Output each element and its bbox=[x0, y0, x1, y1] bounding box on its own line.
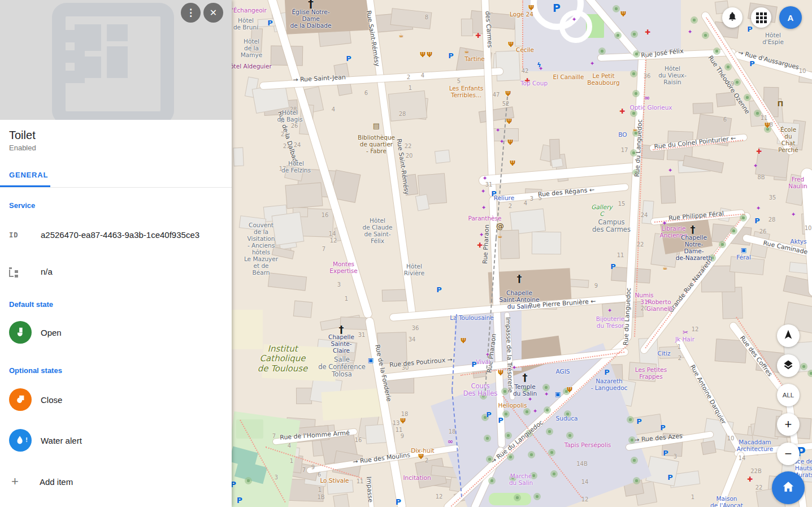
state-row-open[interactable]: Open bbox=[9, 321, 223, 344]
restaurant-icon: Ψ bbox=[400, 418, 406, 424]
map-building bbox=[285, 183, 323, 209]
state-row-water-alert[interactable]: ! Water alert bbox=[9, 429, 223, 452]
house-number: 10 bbox=[727, 435, 735, 441]
close-state-icon bbox=[9, 388, 32, 411]
state-row-close[interactable]: Close bbox=[9, 388, 223, 411]
zoom-in-button[interactable]: + bbox=[777, 413, 800, 436]
pharmacy-icon: ✚ bbox=[756, 148, 762, 155]
restaurant-icon: Ψ bbox=[418, 453, 424, 460]
home-button[interactable] bbox=[772, 471, 805, 504]
map-building bbox=[701, 440, 717, 454]
cafe-icon: ☕ bbox=[662, 265, 668, 271]
map-building bbox=[415, 194, 429, 211]
tree-icon bbox=[613, 5, 620, 12]
map-place-label: La Toulousaine bbox=[450, 314, 493, 321]
map-place-label: Féral bbox=[736, 254, 751, 261]
house-number: 2 bbox=[509, 203, 512, 209]
section-service-header: Service bbox=[9, 201, 223, 210]
tree-icon bbox=[630, 70, 637, 77]
map-building bbox=[296, 388, 312, 404]
house-number: 14B bbox=[576, 461, 588, 467]
shop-icon: ✦ bbox=[753, 163, 758, 169]
shop-icon: ✦ bbox=[791, 211, 796, 218]
add-item-row[interactable]: + Add item bbox=[9, 474, 223, 489]
restaurant-icon: Ψ bbox=[506, 118, 512, 125]
museum-icon: Π bbox=[778, 100, 784, 107]
house-number: 8 bbox=[425, 14, 428, 20]
parking-icon: P bbox=[604, 369, 610, 376]
zoom-out-button[interactable]: − bbox=[777, 443, 800, 465]
map-place-label: Top Coup bbox=[520, 80, 548, 86]
house-number: 12 bbox=[581, 496, 589, 502]
map-building bbox=[496, 50, 520, 81]
restaurant-icon: Ψ bbox=[427, 51, 432, 58]
map-place-label: Marché du Salin bbox=[509, 473, 533, 486]
house-number: 31 bbox=[485, 181, 493, 188]
tree-icon bbox=[631, 31, 638, 38]
house-number: 2 bbox=[425, 457, 428, 463]
map-building bbox=[532, 232, 561, 254]
compass-button[interactable] bbox=[777, 324, 800, 347]
map-building bbox=[435, 150, 450, 164]
tree-icon bbox=[627, 416, 634, 423]
house-number: 28 bbox=[768, 216, 776, 223]
map-place-label: Vival bbox=[476, 358, 490, 365]
all-layers-label: ALL bbox=[783, 392, 794, 398]
street-name-label: Rue Pharaon bbox=[481, 224, 491, 264]
map-place-label: Nazareth - Languedoc bbox=[591, 378, 628, 391]
house-number: 2 bbox=[678, 355, 681, 361]
house-number: 9 bbox=[311, 464, 315, 470]
tree-icon bbox=[484, 435, 491, 442]
cafe-icon: ☕ bbox=[464, 48, 470, 54]
house-number: 16 bbox=[322, 212, 329, 218]
user-avatar[interactable]: A bbox=[779, 6, 802, 29]
restaurant-icon: Ψ bbox=[461, 337, 466, 344]
map-place-label: Hôtel de la Mamye bbox=[241, 38, 262, 58]
map-place-label: Cécile bbox=[516, 46, 534, 53]
map-place-label: Hôtel de Bruni bbox=[233, 17, 258, 31]
apps-grid-button[interactable] bbox=[751, 7, 771, 28]
map-place-label: Jk Hair bbox=[675, 336, 694, 343]
map-place-label: Institut Catholique de Toulouse bbox=[258, 344, 308, 374]
parking-icon: P bbox=[448, 52, 454, 59]
tree-icon bbox=[544, 406, 551, 414]
shop-icon: ✦ bbox=[481, 205, 486, 211]
map-place-label: Fred Naulin bbox=[788, 176, 807, 189]
avatar-letter: A bbox=[788, 13, 794, 23]
map-canvas[interactable]: Rue de la DalbadeRue Saint-RémésyRue Sai… bbox=[232, 0, 812, 507]
house-number: 16 bbox=[355, 437, 362, 443]
house-number: 1 bbox=[409, 85, 412, 91]
close-icon: ✕ bbox=[210, 7, 217, 18]
tab-general[interactable]: GENERAL bbox=[0, 164, 57, 185]
map-building bbox=[461, 18, 473, 36]
house-number: 2 bbox=[407, 74, 410, 80]
house-number: 3 bbox=[275, 474, 278, 480]
restaurant-icon: Ψ bbox=[420, 51, 425, 58]
open-state-label: Open bbox=[41, 328, 62, 337]
house-number: 3 bbox=[337, 281, 341, 288]
map-place-label: Dix-huit bbox=[411, 447, 434, 454]
map-place-label: Maison de l'Avocat bbox=[710, 495, 743, 507]
service-id-value: a2526470-ea87-4463-9a3b-1ce40f935ce3 bbox=[41, 230, 199, 240]
panel-close-button[interactable]: ✕ bbox=[203, 3, 223, 23]
house-number: 1 bbox=[691, 494, 694, 500]
map-place-label: Suduca bbox=[556, 415, 578, 422]
id-icon: ID bbox=[9, 231, 18, 239]
tree-icon bbox=[691, 16, 698, 24]
panel-menu-button[interactable]: ⋮ bbox=[181, 3, 201, 23]
notifications-button[interactable] bbox=[722, 7, 742, 28]
optician-icon: ∞ bbox=[644, 94, 650, 101]
all-layers-button[interactable]: ALL bbox=[777, 384, 800, 406]
parking-icon: P bbox=[663, 449, 668, 457]
map-place-label: Paranthèse bbox=[468, 215, 502, 222]
layers-button[interactable] bbox=[777, 354, 800, 377]
map-area bbox=[489, 493, 531, 505]
parking-icon: P bbox=[749, 60, 755, 67]
church-cross-icon: † bbox=[523, 372, 528, 383]
parking-icon: P bbox=[660, 424, 666, 431]
cafe-icon: ☕ bbox=[398, 32, 404, 38]
map-place-label: Chapelle Sainte- Claire bbox=[328, 333, 354, 354]
shop-icon: ✦ bbox=[499, 138, 504, 145]
map-area bbox=[232, 310, 263, 349]
tree-icon bbox=[632, 90, 640, 97]
